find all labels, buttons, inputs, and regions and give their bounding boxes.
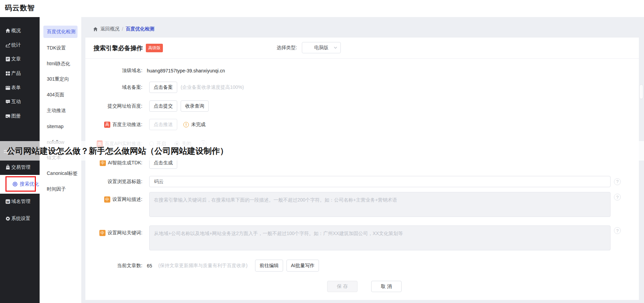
sidebar-item-settings[interactable]: 系统设置 (0, 215, 40, 223)
baidu-push-label: 高 百度主动推送: (85, 119, 142, 130)
warning-icon: ! (183, 122, 189, 127)
device-type-value: 电脑版 (314, 45, 328, 51)
chevron-down-icon (334, 47, 337, 49)
site-description-label: 中 设置网站描述: (85, 192, 142, 217)
push-button[interactable]: 点击推送 (149, 119, 177, 130)
settings-card: 搜索引擎必备操作 高级版 选择类型: 电脑版 顶级域名: huang897157… (85, 38, 639, 300)
submit-url-label: 提交网址给百度: (85, 100, 142, 112)
article-count-label: 当前文章数: (85, 260, 142, 272)
save-button[interactable]: 保 存 (327, 281, 358, 292)
trade-bag-icon (5, 165, 11, 170)
index-query-button[interactable]: 收录查询 (181, 100, 209, 112)
priority-mid-badge: 中 (99, 230, 106, 236)
gallery-icon (5, 113, 11, 119)
beian-hint: (企业备案收录速度提高100%) (181, 84, 244, 91)
chat-icon (5, 99, 11, 105)
app-logo: 码云数智 (5, 3, 35, 13)
beian-label: 域名备案: (85, 82, 142, 93)
sidebar-item-articles[interactable]: 文章 (0, 55, 40, 63)
type-select-label: 选择类型: (277, 45, 297, 51)
top-domain-label: 顶级域名: (85, 67, 142, 75)
help-icon[interactable]: ? (614, 227, 621, 234)
site-keywords-textarea[interactable]: 从地域+公司名称以及地域+网站业务这2方面入手，一般不超过100个字符。如：广州… (149, 225, 611, 250)
svg-text:W: W (6, 200, 10, 204)
home-icon (5, 28, 11, 33)
sidebar-item-stats[interactable]: 统计 (0, 41, 40, 49)
annotation-red-box (5, 176, 36, 192)
sidebar-item-overview[interactable]: 概况 (0, 27, 40, 35)
page: 码云数智 概况 统计 文章 产品 表单 互动 图册 (0, 0, 644, 303)
card-header: 搜索引擎必备操作 高级版 (94, 38, 163, 58)
device-type-select[interactable]: 电脑版 (302, 42, 341, 53)
row-article-count: 当前文章数: 65 (保持文章更新频率与质量有利于百度收录) 前往编辑 AI批量… (85, 260, 639, 272)
breadcrumb: 返回概况 / 百度优化检测 (93, 26, 154, 32)
sidebar-item-trade[interactable]: 交易管理 (0, 163, 40, 171)
cancel-button[interactable]: 取 消 (371, 281, 402, 292)
push-status: ! 未完成 (183, 122, 206, 128)
card-divider (85, 58, 639, 59)
submenu-item-tdk[interactable]: TDK设置 (47, 44, 66, 52)
sidebar-item-products[interactable]: 产品 (0, 69, 40, 78)
top-domain-value: huang897157type-39.shanxiyunqi.cn (147, 67, 225, 75)
stats-icon (5, 42, 11, 48)
row-baidu-push: 高 百度主动推送: 点击推送 ! 未完成 (85, 119, 639, 130)
priority-high-badge: 高 (104, 122, 110, 128)
beian-button[interactable]: 点击备案 (149, 82, 177, 93)
breadcrumb-home-icon[interactable] (93, 27, 98, 32)
breadcrumb-back-link[interactable]: 返回概况 (100, 26, 120, 32)
row-footer-actions: 保 存 取 消 (85, 281, 639, 292)
row-top-domain: 顶级域名: huang897157type-39.shanxiyunqi.cn (85, 67, 639, 75)
sidebar-item-domains[interactable]: W 域名管理 (0, 197, 40, 206)
push-status-text: 未完成 (191, 122, 206, 128)
submenu-item-canonical[interactable]: Canonical标签 (47, 170, 78, 177)
sidebar-item-forms[interactable]: 表单 (0, 84, 40, 92)
card-title: 搜索引擎必备操作 (94, 44, 143, 52)
breadcrumb-separator: / (122, 26, 123, 32)
site-keywords-label: 中 设置网站关键词: (85, 225, 142, 250)
site-description-textarea[interactable]: 在搜索引擎输入关键词后，在搜索结果下面的一段描述。一般不超过200个字符。如：公… (149, 192, 611, 217)
top-bar: 码云数智 (0, 0, 644, 17)
row-browser-title: 设置浏览器标题: 码云 ? (85, 176, 639, 187)
help-icon[interactable]: ? (614, 194, 621, 201)
submenu-item-404[interactable]: 404页面 (47, 91, 64, 99)
submenu-item-301[interactable]: 301重定向 (47, 75, 69, 83)
priority-mid-badge: 中 (100, 160, 106, 166)
go-edit-button[interactable]: 前往编辑 (255, 260, 283, 272)
sidebar-item-interaction[interactable]: 互动 (0, 98, 40, 106)
breadcrumb-current: 百度优化检测 (126, 26, 154, 32)
type-selector-row: 选择类型: 电脑版 (277, 42, 341, 53)
submenu-item-sitemap[interactable]: sitemap (47, 123, 64, 130)
article-icon (5, 56, 11, 62)
priority-mid-badge: 中 (104, 196, 110, 203)
sidebar-item-gallery[interactable]: 图册 (0, 112, 40, 120)
submit-button[interactable]: 点击提交 (149, 100, 177, 112)
form-calendar-icon (5, 85, 11, 91)
product-grid-icon (5, 71, 11, 76)
submenu-item-active-push[interactable]: 主动推送 (47, 107, 66, 114)
row-site-description: 中 设置网站描述: 在搜索引擎输入关键词后，在搜索结果下面的一段描述。一般不超过… (85, 192, 639, 217)
help-icon[interactable]: ? (614, 178, 621, 185)
submenu-item-baidu-check[interactable]: 百度优化检测 (43, 26, 78, 38)
article-count-value: 65 (147, 263, 152, 268)
article-count-hint: (保持文章更新频率与质量有利于百度收录) (158, 263, 248, 269)
gear-icon (5, 216, 11, 221)
domain-w-icon: W (5, 199, 11, 204)
submenu-item-time-factor[interactable]: 时间因子 (47, 185, 66, 193)
browser-title-input[interactable]: 码云 (149, 176, 611, 187)
submenu-item-html-static[interactable]: html静态化 (47, 60, 70, 68)
row-beian: 域名备案: 点击备案 (企业备案收录速度提高100%) (85, 82, 639, 93)
row-site-keywords: 中 设置网站关键词: 从地域+公司名称以及地域+网站业务这2方面入手，一般不超过… (85, 225, 639, 250)
vertical-scrollbar-thumb[interactable] (639, 84, 643, 99)
watermark-text: 公司网站建设怎么做？新手怎么做网站（公司网站建设制作） (7, 141, 228, 161)
ai-batch-write-button[interactable]: AI批量写作 (286, 260, 319, 272)
row-submit-url: 提交网址给百度: 点击提交 收录查询 (85, 100, 639, 112)
browser-title-label: 设置浏览器标题: (85, 176, 142, 187)
version-badge: 高级版 (146, 44, 163, 52)
